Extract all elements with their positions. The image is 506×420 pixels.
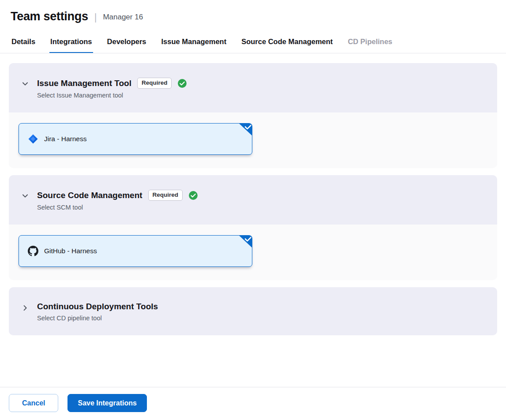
- section-source-code-management: Source Code Management Required Select S…: [9, 175, 497, 280]
- option-label: GitHub - Harness: [44, 247, 97, 255]
- option-card-jira[interactable]: Jira - Harness: [19, 123, 252, 155]
- tab-cd-pipelines: CD Pipelines: [347, 30, 393, 53]
- section-cd-tools: Continuous Deployment Tools Select CD pi…: [9, 287, 497, 335]
- section-body-issue-management: Jira - Harness: [9, 112, 497, 168]
- save-integrations-button[interactable]: Save Integrations: [67, 394, 146, 412]
- section-header-text: Continuous Deployment Tools Select CD pi…: [37, 302, 158, 322]
- section-subtitle: Select Issue Management tool: [37, 92, 187, 99]
- section-body-scm: GitHub - Harness: [9, 225, 497, 280]
- tab-details[interactable]: Details: [11, 30, 36, 53]
- page-title: Team settings: [11, 10, 88, 23]
- github-icon: [28, 246, 38, 256]
- section-header-scm[interactable]: Source Code Management Required Select S…: [9, 175, 497, 225]
- integrations-content: Issue Management Tool Required Select Is…: [0, 53, 506, 387]
- chevron-down-icon: [21, 80, 29, 88]
- selected-check-icon: [239, 235, 252, 248]
- tab-bar: Details Integrations Developers Issue Ma…: [0, 30, 506, 53]
- section-header-text: Source Code Management Required Select S…: [37, 190, 198, 211]
- page-header: Team settings | Manager 16: [0, 0, 506, 30]
- selected-check-icon: [239, 123, 252, 136]
- option-card-github[interactable]: GitHub - Harness: [19, 235, 252, 267]
- tab-source-code-management[interactable]: Source Code Management: [240, 30, 334, 53]
- section-title: Continuous Deployment Tools: [37, 302, 158, 311]
- section-header-text: Issue Management Tool Required Select Is…: [37, 78, 187, 99]
- section-subtitle: Select SCM tool: [37, 204, 198, 211]
- section-header-issue-management[interactable]: Issue Management Tool Required Select Is…: [9, 63, 497, 112]
- required-badge: Required: [148, 190, 183, 201]
- tab-developers[interactable]: Developers: [106, 30, 147, 53]
- section-subtitle: Select CD pipeline tool: [37, 315, 158, 322]
- jira-icon: [28, 134, 38, 144]
- chevron-right-icon: [21, 304, 29, 312]
- footer-action-bar: Cancel Save Integrations: [0, 387, 506, 420]
- chevron-down-icon: [21, 192, 29, 200]
- section-title: Source Code Management: [37, 191, 142, 200]
- option-label: Jira - Harness: [44, 135, 86, 143]
- section-title: Issue Management Tool: [37, 79, 131, 88]
- title-separator: |: [94, 11, 97, 23]
- required-badge: Required: [137, 78, 172, 89]
- team-name: Manager 16: [103, 13, 143, 22]
- cancel-button[interactable]: Cancel: [9, 394, 58, 412]
- check-circle-icon: [177, 79, 187, 88]
- section-issue-management: Issue Management Tool Required Select Is…: [9, 63, 497, 168]
- tab-issue-management[interactable]: Issue Management: [161, 30, 228, 53]
- section-header-cd-tools[interactable]: Continuous Deployment Tools Select CD pi…: [9, 287, 497, 335]
- check-circle-icon: [188, 191, 198, 200]
- tab-integrations[interactable]: Integrations: [49, 30, 93, 53]
